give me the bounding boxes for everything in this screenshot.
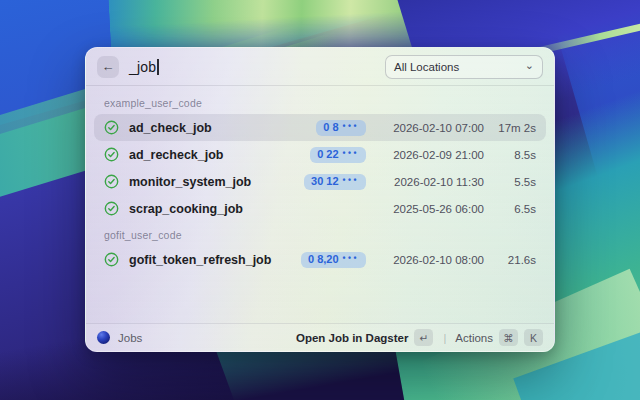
run-status-badge: 0 22 ••• <box>310 147 366 163</box>
run-duration: 17m 2s <box>490 122 536 134</box>
last-run-timestamp: 2026-02-10 08:00 <box>376 254 484 266</box>
run-duration: 5.5s <box>490 176 536 188</box>
text-caret <box>157 59 159 75</box>
desktop: ← _job All Locations ⌄ example_user_code… <box>0 0 640 400</box>
locations-dropdown[interactable]: All Locations ⌄ <box>385 55 543 79</box>
run-counts: 30 12 <box>311 176 339 187</box>
run-duration: 6.5s <box>490 203 536 215</box>
section-label: gofit_user_code <box>94 222 546 246</box>
footer-actions: Open Job in Dagster ↵ | Actions ⌘ K <box>296 329 543 346</box>
check-circle-icon <box>104 147 119 162</box>
run-status-badge: 0 8 ••• <box>316 120 366 136</box>
last-run-timestamp: 2026-02-10 11:30 <box>376 176 484 188</box>
check-circle-icon <box>104 252 119 267</box>
run-status-badge: 0 8,20 ••• <box>301 252 366 268</box>
job-row[interactable]: ad_check_job 0 8 ••• 2026-02-10 07:00 17… <box>94 114 546 141</box>
run-counts: 0 8 <box>323 122 338 133</box>
run-status-dots: ••• <box>343 254 359 263</box>
last-run-timestamp: 2025-05-26 06:00 <box>376 203 484 215</box>
job-row[interactable]: gofit_token_refresh_job 0 8,20 ••• 2026-… <box>94 246 546 273</box>
run-duration: 21.6s <box>490 254 536 266</box>
run-status-dots: ••• <box>343 149 359 158</box>
actions-menu-button[interactable]: Actions <box>455 332 493 344</box>
search-bar: ← _job All Locations ⌄ <box>86 48 554 86</box>
section-label: example_user_code <box>94 90 546 114</box>
check-circle-icon <box>104 201 119 216</box>
k-key-badge: K <box>524 329 543 346</box>
job-name: monitor_system_job <box>129 175 251 189</box>
job-row[interactable]: monitor_system_job 30 12 ••• 2026-02-10 … <box>94 168 546 195</box>
launcher-window: ← _job All Locations ⌄ example_user_code… <box>85 47 555 352</box>
run-duration: 8.5s <box>490 149 536 161</box>
search-input[interactable]: _job <box>129 59 385 75</box>
back-arrow-icon: ← <box>102 60 115 73</box>
search-query-text: _job <box>129 59 156 75</box>
back-button[interactable]: ← <box>97 56 119 78</box>
job-row[interactable]: ad_recheck_job 0 22 ••• 2026-02-09 21:00… <box>94 141 546 168</box>
check-circle-icon <box>104 174 119 189</box>
run-status-badge: 30 12 ••• <box>304 174 366 190</box>
run-status-dots: ••• <box>343 122 359 131</box>
last-run-timestamp: 2026-02-09 21:00 <box>376 149 484 161</box>
job-name: ad_recheck_job <box>129 148 224 162</box>
run-counts: 0 8,20 <box>308 254 339 265</box>
run-status-dots: ••• <box>343 176 359 185</box>
job-name: ad_check_job <box>129 121 212 135</box>
job-name: gofit_token_refresh_job <box>129 253 271 267</box>
job-name: scrap_cooking_job <box>129 202 243 216</box>
job-row[interactable]: scrap_cooking_job 2025-05-26 06:00 6.5s <box>94 195 546 222</box>
results-section: example_user_code ad_check_job 0 8 ••• 2… <box>94 90 546 222</box>
enter-key-badge: ↵ <box>414 329 433 346</box>
footer-bar: Jobs Open Job in Dagster ↵ | Actions ⌘ K <box>86 323 554 351</box>
results-section: gofit_user_code gofit_token_refresh_job … <box>94 222 546 273</box>
dagster-logo-icon <box>97 331 110 344</box>
locations-dropdown-value: All Locations <box>394 61 459 73</box>
footer-source: Jobs <box>97 331 142 344</box>
footer-divider: | <box>443 332 446 344</box>
open-job-action[interactable]: Open Job in Dagster <box>296 332 408 344</box>
last-run-timestamp: 2026-02-10 07:00 <box>376 122 484 134</box>
results-list: example_user_code ad_check_job 0 8 ••• 2… <box>86 86 554 323</box>
run-counts: 0 22 <box>317 149 338 160</box>
source-label: Jobs <box>118 332 142 344</box>
cmd-key-badge: ⌘ <box>499 329 518 346</box>
check-circle-icon <box>104 120 119 135</box>
